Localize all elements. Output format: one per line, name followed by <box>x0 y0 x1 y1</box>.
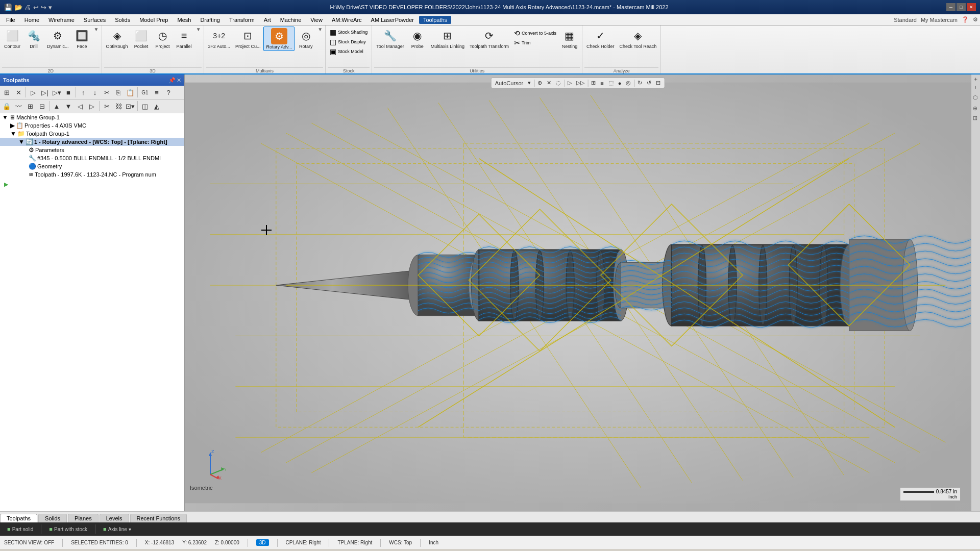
customize-quick-btn[interactable]: ▾ <box>48 4 52 11</box>
link-btn[interactable]: ⛓ <box>113 101 124 112</box>
cut2-btn[interactable]: ✂ <box>101 101 112 112</box>
cplane-status[interactable]: CPLANE: Right <box>286 540 321 545</box>
ribbon-optirough[interactable]: ◈ OptiRough <box>104 27 130 50</box>
vt-btn9[interactable]: ● <box>617 80 623 87</box>
tab-planes[interactable]: Planes <box>68 514 99 522</box>
ribbon-check-tool-reach[interactable]: ◈ Check Tool Reach <box>618 27 659 50</box>
copy-btn[interactable]: ⎘ <box>113 87 124 98</box>
menu-transform[interactable]: Transform <box>225 16 259 24</box>
paste-btn[interactable]: 📋 <box>125 87 136 98</box>
g1-btn[interactable]: G1 <box>139 87 151 98</box>
collapse-tree-btn[interactable]: ⊟ <box>36 101 47 112</box>
ribbon-face[interactable]: 🔲 Face <box>72 27 92 50</box>
move-up-btn[interactable]: ↑ <box>78 87 89 98</box>
save-quick-btn[interactable]: 💾 <box>4 4 12 11</box>
menu-drafting[interactable]: Drafting <box>196 16 224 24</box>
menu-amlaser[interactable]: AM:LaserPowder <box>367 16 418 24</box>
menu-art[interactable]: Art <box>260 16 275 24</box>
expand-tree-btn[interactable]: ⊞ <box>24 101 36 112</box>
viewport[interactable]: AutoCursor ▾ ⊕ ✕ ◌ ▷ ▷▷ ⊞ ≡ ⬚ ● ◎ ↻ ↺ ⊟ <box>185 74 971 511</box>
tplane-status[interactable]: TPLANE: Right <box>337 540 372 545</box>
ribbon-3plus2[interactable]: 3+2 3+2 Auto... <box>206 27 232 50</box>
arrow-right-btn[interactable]: ▷ <box>86 101 97 112</box>
wcs-status[interactable]: WCS: Top <box>389 540 412 545</box>
ribbon-rotary-adv[interactable]: ⚙ Rotary Adv... <box>263 27 295 51</box>
move-down-btn[interactable]: ↓ <box>89 87 101 98</box>
print-quick-btn[interactable]: 🖨 <box>24 4 31 11</box>
cut-btn[interactable]: ✂ <box>101 87 112 98</box>
tab-levels[interactable]: Levels <box>100 514 129 522</box>
tree-properties[interactable]: ▶ 📋 Properties - 4 AXIS VMC <box>0 121 184 130</box>
part-solid-btn[interactable]: ■ Part solid <box>3 525 37 533</box>
vt-btn4[interactable]: ▷ <box>566 79 573 87</box>
filter-btn[interactable]: ≡ <box>151 87 162 98</box>
vt-minus[interactable]: ⊟ <box>654 79 662 87</box>
stop-btn[interactable]: ■ <box>63 87 74 98</box>
settings-icon[interactable]: ⚙ <box>973 16 978 23</box>
tree-play-area[interactable]: ▶ <box>0 181 184 188</box>
ribbon-probe[interactable]: ◉ Probe <box>407 27 428 50</box>
vt-btn2[interactable]: ✕ <box>545 79 553 87</box>
menu-home[interactable]: Home <box>20 16 43 24</box>
my-mastercam[interactable]: My Mastercam <box>921 17 958 23</box>
help-icon[interactable]: ❓ <box>962 16 969 23</box>
redo-quick-btn[interactable]: ↪ <box>41 4 46 11</box>
vt-btn3[interactable]: ◌ <box>554 79 562 87</box>
rp-btn2[interactable]: − <box>972 85 980 90</box>
menu-surfaces[interactable]: Surfaces <box>80 16 110 24</box>
ribbon-stock-model[interactable]: ▣ Stock Model <box>328 47 370 56</box>
arrow-up2-btn[interactable]: ▲ <box>51 101 62 112</box>
ribbon-tool-manager[interactable]: 🔧 Tool Manager <box>374 27 406 50</box>
menu-file[interactable]: File <box>2 16 19 24</box>
display-options-btn[interactable]: ⊡▾ <box>125 101 136 112</box>
deselect-btn[interactable]: ✕ <box>13 87 24 98</box>
minimize-btn[interactable]: ─ <box>946 3 955 11</box>
vt-btn1[interactable]: ⊕ <box>536 79 544 87</box>
ribbon-nesting[interactable]: ▦ Nesting <box>559 27 580 50</box>
run-all-btn[interactable]: ▷ <box>28 87 39 98</box>
close-btn[interactable]: ✕ <box>967 3 976 11</box>
tree-operation-1[interactable]: ▼ 🔄 1 - Rotary advanced - [WCS: Top] - [… <box>0 138 184 146</box>
vt-btn5[interactable]: ▷▷ <box>575 79 586 87</box>
ribbon-parallel[interactable]: ≡ Parallel <box>174 27 194 50</box>
expand-multiaxis[interactable]: ▼ <box>317 27 323 32</box>
help-panel-btn[interactable]: ? <box>163 87 174 98</box>
ribbon-projectcu[interactable]: ⊡ Project Cu... <box>233 27 263 50</box>
menu-mesh[interactable]: Mesh <box>173 16 195 24</box>
vt-redo[interactable]: ↺ <box>645 79 653 87</box>
lock-btn[interactable]: 🔒 <box>1 101 12 112</box>
rp-btn4[interactable]: ⊕ <box>971 105 980 112</box>
tree-toolpath-item[interactable]: ≋ Toolpath - 1997.6K - 1123-24.NC - Prog… <box>0 170 184 179</box>
expand-3d[interactable]: ▼ <box>195 27 202 32</box>
vt-btn8[interactable]: ⬚ <box>607 79 615 87</box>
tree-geometry[interactable]: 🔵 Geometry <box>0 162 184 170</box>
ribbon-contour[interactable]: ⬜ Contour <box>2 27 22 50</box>
tree-tool[interactable]: 🔧 #345 - 0.5000 BULL ENDMILL - 1/2 BULL … <box>0 154 184 162</box>
profile-standard[interactable]: Standard <box>894 17 917 23</box>
view-3d[interactable]: 3D <box>256 539 269 546</box>
panel-close-btn[interactable]: ✕ <box>177 77 181 84</box>
axis-line-btn[interactable]: ■ Axis line ▾ <box>99 525 135 533</box>
tree-parameters[interactable]: ⚙ Parameters <box>0 146 184 154</box>
axis-line-dropdown[interactable]: ▾ <box>129 527 131 532</box>
verify-btn[interactable]: ◫ <box>139 101 151 112</box>
ribbon-project[interactable]: ◷ Project <box>153 27 173 50</box>
wave-btn[interactable]: 〰 <box>13 101 24 112</box>
ribbon-convert-5axis[interactable]: ⟲ Convert to 5-axis <box>512 29 558 38</box>
menu-toolpaths[interactable]: Toolpaths <box>419 16 451 24</box>
ribbon-check-holder[interactable]: ✓ Check Holder <box>584 27 617 50</box>
menu-modelprep[interactable]: Model Prep <box>135 16 172 24</box>
ribbon-rotary[interactable]: ◎ Rotary <box>296 27 316 50</box>
tab-solids[interactable]: Solids <box>38 514 67 522</box>
ribbon-drill[interactable]: 🔩 Drill <box>23 27 44 50</box>
open-quick-btn[interactable]: 📂 <box>14 4 22 11</box>
vt-btn6[interactable]: ⊞ <box>590 79 597 87</box>
autocursor-btn[interactable]: AutoCursor <box>494 80 525 87</box>
rp-btn1[interactable]: + <box>972 77 980 82</box>
run-dropdown-btn[interactable]: ▷▾ <box>51 87 62 98</box>
ribbon-stock-shading[interactable]: ▦ Stock Shading <box>328 28 370 37</box>
ribbon-trim[interactable]: ✂ Trim <box>512 38 558 47</box>
arrow-left-btn[interactable]: ◁ <box>75 101 86 112</box>
arrow-down2-btn[interactable]: ▼ <box>63 101 74 112</box>
tab-recent-functions[interactable]: Recent Functions <box>130 514 187 522</box>
